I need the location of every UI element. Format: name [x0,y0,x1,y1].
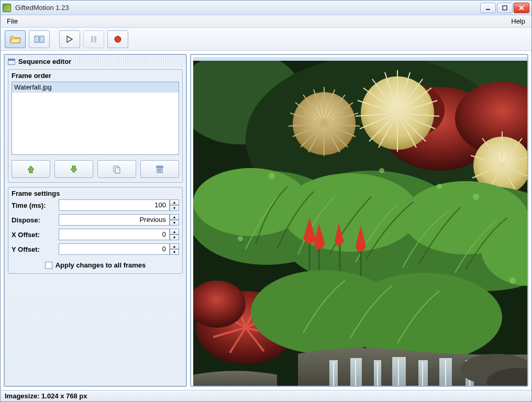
time-label: Time (ms): [12,202,59,209]
frame-settings-legend: Frame settings [12,189,179,197]
svg-point-6 [115,36,121,42]
window-controls [480,3,529,13]
dispose-spinner: ▲ ▼ [170,214,179,226]
play-button[interactable] [59,30,80,48]
status-text: Imagesize: 1.024 x 768 px [5,392,87,400]
toolbar [1,28,531,51]
arrow-down-icon [69,164,79,174]
duplicate-button[interactable] [97,160,136,178]
close-icon [519,5,524,10]
maximize-icon [502,5,507,10]
titlebar: GiftedMotion 1.23 [1,1,531,15]
svg-rect-8 [115,168,120,173]
svg-point-112 [238,236,243,241]
preview-panel [190,54,528,387]
move-up-button[interactable] [12,160,50,178]
apply-all-checkbox[interactable] [45,262,52,269]
xoffset-spinner: ▲ ▼ [170,229,179,240]
open-button[interactable] [5,30,26,48]
svg-point-109 [437,184,442,189]
delete-button[interactable] [140,160,179,178]
svg-rect-3 [40,36,44,42]
panel-header: Sequence editor [6,56,185,67]
xoffset-label: X Offset: [12,231,59,239]
list-item[interactable]: Waterfall.jpg [12,82,179,93]
svg-point-111 [473,194,479,200]
folder-open-icon [9,35,21,44]
frame-order-legend: Frame order [12,72,179,80]
xoffset-up-button[interactable]: ▲ [170,229,179,234]
statusbar: Imagesize: 1.024 x 768 px [1,390,531,401]
menu-file[interactable]: File [3,16,22,27]
apply-all-row: Apply changes to all frames [12,261,179,269]
frame-settings-group: Frame settings Time (ms): 100 ▲ ▼ Dispos… [8,187,183,274]
svg-rect-5 [94,36,96,42]
yoffset-spinner: ▲ ▼ [170,243,179,255]
time-down-button[interactable]: ▼ [170,205,179,211]
record-icon [114,35,122,43]
preview-image-content [193,61,527,386]
pause-icon [90,35,98,43]
yoffset-down-button[interactable]: ▼ [170,249,179,255]
window-icon [8,59,15,65]
frame-buttons [12,160,179,178]
dispose-up-button[interactable]: ▲ [170,214,179,220]
time-spinner: ▲ ▼ [170,199,179,211]
dispose-down-button[interactable]: ▼ [170,220,179,226]
minimize-button[interactable] [480,3,496,13]
settings-icon [34,35,45,44]
window-title: GiftedMotion 1.23 [14,4,477,12]
minimize-icon [485,5,491,10]
xoffset-field[interactable]: 0 [59,229,170,240]
yoffset-label: Y Offset: [12,245,59,253]
settings-button[interactable] [29,30,50,48]
svg-point-110 [379,168,384,173]
pause-button[interactable] [83,30,104,48]
copy-icon [112,164,121,174]
svg-rect-2 [35,36,39,42]
menubar: File Help [1,15,531,28]
play-icon [65,35,74,43]
time-field[interactable]: 100 [59,199,170,211]
svg-rect-10 [157,166,163,168]
sequence-editor-panel: Sequence editor Frame order Waterfall.jp… [4,54,187,387]
content-area: Sequence editor Frame order Waterfall.jp… [1,51,531,390]
app-icon [3,4,11,12]
svg-point-73 [282,173,418,252]
trash-icon [155,164,164,174]
svg-point-113 [509,277,516,284]
time-up-button[interactable]: ▲ [170,199,179,205]
xoffset-down-button[interactable]: ▼ [170,234,179,240]
svg-point-108 [269,173,275,179]
yoffset-field[interactable]: 0 [59,243,170,255]
app-window: GiftedMotion 1.23 File Help [0,0,532,402]
close-button[interactable] [514,3,529,13]
dispose-field[interactable]: Previous [59,214,170,226]
apply-all-label: Apply changes to all frames [56,261,146,269]
maximize-button[interactable] [497,3,513,13]
frame-list[interactable]: Waterfall.jpg [12,82,179,155]
preview-image[interactable] [193,57,527,386]
svg-rect-0 [486,9,490,10]
yoffset-up-button[interactable]: ▲ [170,243,179,249]
menu-help[interactable]: Help [507,16,529,27]
panel-title: Sequence editor [18,58,71,65]
dispose-label: Dispose: [12,216,59,224]
svg-rect-4 [91,36,93,42]
svg-rect-1 [503,6,507,10]
move-down-button[interactable] [54,160,93,178]
frame-order-group: Frame order Waterfall.jpg [8,69,183,183]
arrow-up-icon [26,164,36,174]
settings-grid: Time (ms): 100 ▲ ▼ Dispose: Previous ▲ ▼… [12,199,179,255]
record-button[interactable] [107,30,128,48]
